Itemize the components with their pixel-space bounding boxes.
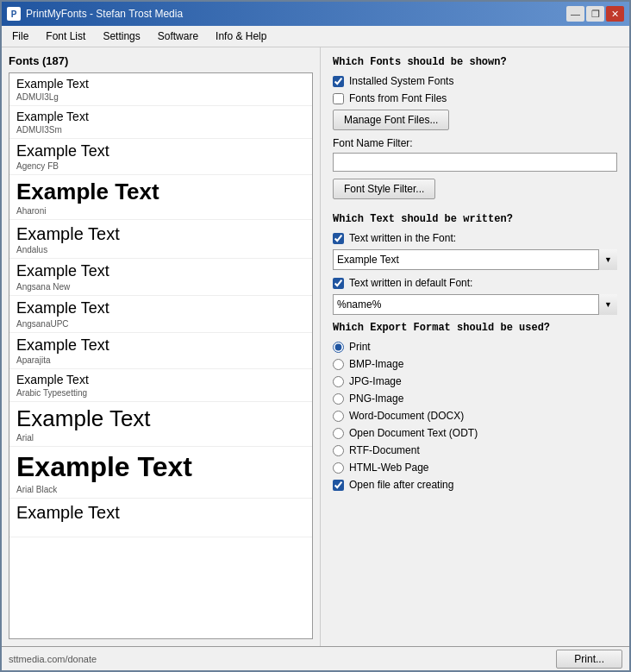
font-name: ADMUI3Sm: [16, 125, 305, 135]
menu-font-list[interactable]: Font List: [39, 28, 92, 45]
font-preview: Example Text: [16, 299, 305, 318]
list-item[interactable]: Example Text Aparajita: [9, 333, 312, 370]
close-button[interactable]: ✕: [606, 6, 624, 22]
export-html-label: HTML-Web Page: [349, 462, 428, 474]
list-item[interactable]: Example Text: [9, 499, 312, 537]
font-preview: Example Text: [16, 110, 305, 124]
export-png-label: PNG-Image: [349, 393, 403, 405]
export-docx-label: Word-Document (DOCX): [349, 410, 464, 422]
font-preview: Example Text: [16, 336, 305, 355]
font-name: Arial: [16, 433, 305, 443]
export-rtf-label: RTF-Document: [349, 444, 420, 456]
export-jpg-radio[interactable]: [333, 376, 344, 387]
example-text-dropdown-wrapper: Example Text ▼: [333, 249, 617, 270]
section1-title: Which Fonts should be shown?: [333, 56, 617, 68]
menu-software[interactable]: Software: [151, 28, 205, 45]
list-item[interactable]: Example Text Aharoni: [9, 175, 312, 220]
open-after-creating-row: Open file after creating: [333, 479, 617, 491]
export-format-jpg: JPG-Image: [333, 375, 617, 387]
font-name: Aparajita: [16, 355, 305, 365]
title-bar-left: P PrintMyFonts - Stefan Trost Media: [7, 7, 183, 21]
export-format-html: HTML-Web Page: [333, 462, 617, 474]
left-panel: Fonts (187) Example Text ADMUI3Lg Exampl…: [2, 47, 321, 646]
export-format-docx: Word-Document (DOCX): [333, 410, 617, 422]
default-text-dropdown[interactable]: %name%: [333, 294, 617, 315]
export-format-png: PNG-Image: [333, 393, 617, 405]
main-window: P PrintMyFonts - Stefan Trost Media — ❐ …: [0, 0, 631, 672]
open-after-creating-label: Open file after creating: [349, 479, 453, 491]
text-in-default-row: Text written in default Font:: [333, 277, 617, 289]
font-name: [16, 524, 305, 533]
menu-settings[interactable]: Settings: [96, 28, 147, 45]
text-in-font-row: Text written in the Font:: [333, 232, 617, 244]
export-format-odt: Open Document Text (ODT): [333, 427, 617, 439]
installed-fonts-checkbox[interactable]: [333, 76, 344, 87]
export-html-radio[interactable]: [333, 462, 344, 474]
list-item[interactable]: Example Text Andalus: [9, 220, 312, 259]
export-print-radio[interactable]: [333, 342, 344, 353]
font-name: ADMUI3Lg: [16, 92, 305, 102]
fonts-from-files-label: Fonts from Font Files: [349, 92, 447, 104]
section3-title: Which Export Format should be used?: [333, 322, 617, 334]
main-content: Fonts (187) Example Text ADMUI3Lg Exampl…: [2, 47, 629, 646]
text-in-font-label: Text written in the Font:: [349, 232, 456, 244]
font-name-filter-label: Font Name Filter:: [333, 137, 617, 149]
list-item[interactable]: Example Text Arabic Typesetting: [9, 369, 312, 402]
maximize-button[interactable]: ❐: [586, 6, 604, 22]
font-style-filter-button[interactable]: Font Style Filter...: [333, 179, 435, 199]
manage-font-files-button[interactable]: Manage Font Files...: [333, 110, 449, 130]
menu-file[interactable]: File: [5, 28, 35, 45]
installed-fonts-row: Installed System Fonts: [333, 75, 617, 87]
export-format-print: Print: [333, 341, 617, 353]
fonts-header: Fonts (187): [9, 54, 313, 67]
print-button[interactable]: Print...: [556, 650, 622, 669]
fonts-from-files-checkbox[interactable]: [333, 93, 344, 104]
export-odt-radio[interactable]: [333, 428, 344, 439]
title-bar: P PrintMyFonts - Stefan Trost Media — ❐ …: [2, 2, 629, 26]
export-png-radio[interactable]: [333, 393, 344, 405]
list-item[interactable]: Example Text ADMUI3Lg: [9, 73, 312, 106]
font-preview: Example Text: [16, 223, 305, 244]
font-preview: Example Text: [16, 77, 305, 91]
status-text: sttmedia.com/donate: [9, 654, 97, 664]
export-print-label: Print: [349, 341, 371, 353]
font-preview: Example Text: [16, 450, 305, 483]
list-item[interactable]: Example Text Arial: [9, 402, 312, 447]
text-in-default-label: Text written in default Font:: [349, 277, 472, 289]
font-preview: Example Text: [16, 502, 305, 523]
list-item[interactable]: Example Text ADMUI3Sm: [9, 106, 312, 139]
example-text-dropdown[interactable]: Example Text: [333, 249, 617, 270]
list-item[interactable]: Example Text Agency FB: [9, 139, 312, 176]
export-rtf-radio[interactable]: [333, 445, 344, 456]
section2-title: Which Text should be written?: [333, 213, 617, 225]
font-name: AngsanaUPC: [16, 319, 305, 329]
font-name-filter-input[interactable]: [333, 153, 617, 172]
export-format-bmp: BMP-Image: [333, 358, 617, 370]
text-in-default-checkbox[interactable]: [333, 278, 344, 289]
font-preview: Example Text: [16, 405, 305, 432]
open-after-creating-checkbox[interactable]: [333, 480, 344, 491]
right-panel: Which Fonts should be shown? Installed S…: [321, 47, 629, 646]
font-name: Agency FB: [16, 161, 305, 171]
export-odt-label: Open Document Text (ODT): [349, 427, 478, 439]
text-in-font-checkbox[interactable]: [333, 233, 344, 244]
export-format-rtf: RTF-Document: [333, 444, 617, 456]
font-list[interactable]: Example Text ADMUI3Lg Example Text ADMUI…: [9, 72, 313, 639]
minimize-button[interactable]: —: [566, 6, 584, 22]
app-icon: P: [7, 7, 21, 21]
default-text-dropdown-wrapper: %name% ▼: [333, 294, 617, 315]
export-bmp-radio[interactable]: [333, 359, 344, 370]
font-name: Arial Black: [16, 485, 305, 494]
font-preview: Example Text: [16, 142, 305, 161]
font-preview: Example Text: [16, 373, 305, 387]
window-title: PrintMyFonts - Stefan Trost Media: [26, 8, 183, 20]
export-bmp-label: BMP-Image: [349, 358, 403, 370]
font-preview: Example Text: [16, 262, 305, 281]
font-name: Angsana New: [16, 282, 305, 292]
font-name: Aharoni: [16, 206, 305, 216]
list-item[interactable]: Example Text Arial Black: [9, 447, 312, 498]
list-item[interactable]: Example Text Angsana New: [9, 259, 312, 296]
menu-info-help[interactable]: Info & Help: [209, 28, 273, 45]
list-item[interactable]: Example Text AngsanaUPC: [9, 296, 312, 333]
export-docx-radio[interactable]: [333, 411, 344, 422]
